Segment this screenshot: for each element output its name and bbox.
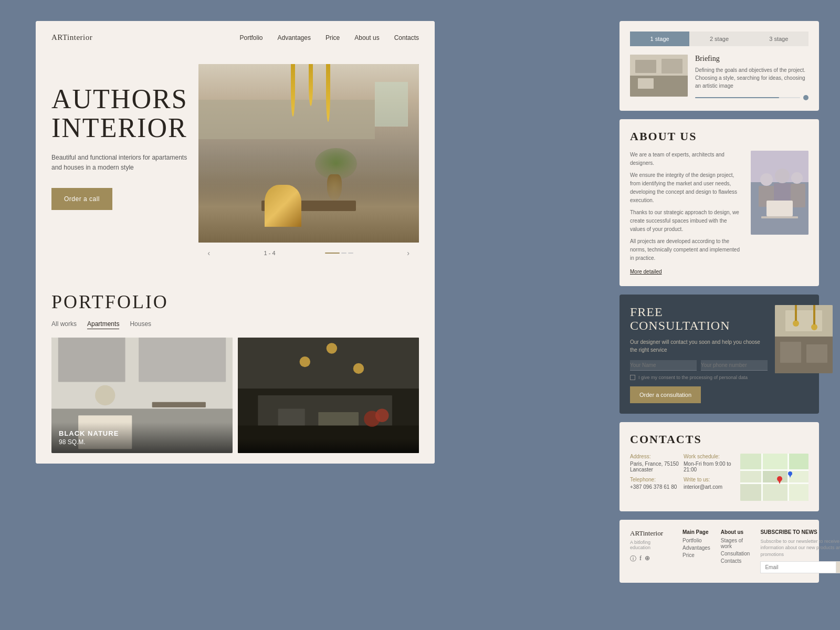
carousel-dot-2[interactable] [341,253,346,254]
footer-submit-button[interactable]: › [836,561,840,573]
stage-content: Briefing Defining the goals and objectiv… [630,55,808,100]
footer-nav-consultation[interactable]: Consultation [721,551,750,556]
footer-nav-1-title: Main Page [682,529,710,535]
svg-rect-53 [789,454,808,469]
card-1-overlay: BLACK NATURE 98 SQ.M. [51,422,233,453]
stage-description: Defining the goals and objectives of the… [695,66,808,90]
carousel-dot-3[interactable] [348,253,353,254]
hero-image [198,64,419,243]
svg-rect-45 [813,305,815,324]
footer-nav-col-1: Main Page Portfolio Advantages Price [682,529,710,560]
carousel-next[interactable]: › [403,247,414,259]
whatsapp-icon[interactable]: ⊕ [645,554,650,563]
navigation: ARTinterior Portfolio Advantages Price A… [36,21,435,54]
about-para-4: All projects are developed according to … [630,237,743,262]
work-schedule-group: Work schedule: Mon-Fri from 9:00 to 21:0… [684,454,733,472]
portfolio-card-1[interactable]: BLACK NATURE 98 SQ.M. [51,338,233,453]
svg-rect-25 [638,78,654,89]
nav-advantages[interactable]: Advantages [278,34,311,41]
map-placeholder [740,454,808,501]
site-logo: ARTinterior [51,33,92,42]
svg-point-28 [760,173,773,186]
carousel-prev[interactable]: ‹ [204,247,215,259]
footer-logo-section: ARTinterior A bitlofing education ⓘ f ⊕ [630,529,672,563]
footer-nav-col-2: About us Stages of work Consultation Con… [721,529,750,565]
card-2-overlay [238,438,419,453]
svg-point-6 [95,385,115,405]
footer-subscribe: SUBSCRIBE TO NEWS Subscribe to our newsl… [760,529,840,573]
svg-rect-50 [788,454,789,501]
hero-text: AUTHORS INTERIOR Beautiful and functiona… [51,64,188,210]
nav-contacts[interactable]: Contacts [394,34,419,41]
footer-card: ARTinterior A bitlofing education ⓘ f ⊕ … [620,520,819,583]
consultation-image-visual [775,305,833,373]
svg-rect-55 [763,471,788,482]
facebook-icon[interactable]: f [639,554,642,563]
footer-nav-contacts[interactable]: Contacts [721,558,750,564]
svg-rect-35 [761,216,798,218]
svg-point-42 [793,320,799,327]
carousel-dot-1[interactable] [325,253,340,254]
nav-price[interactable]: Price [326,34,340,41]
stage-tab-1[interactable]: 1 stage [630,32,689,46]
portfolio-card-2[interactable] [238,338,419,453]
about-card: ABOUT US We are a team of experts, archi… [620,119,819,286]
phone-group: Telephone: +387 096 378 61 80 [630,477,679,490]
consultation-desc: Our designer will contact you soon and h… [630,338,768,354]
svg-point-29 [775,169,790,183]
stage-tab-2[interactable]: 2 stage [689,32,749,46]
contacts-info: Address: Paris, France, 75150 Lancaster … [630,454,733,497]
svg-rect-43 [795,305,797,321]
svg-rect-34 [766,201,793,216]
phone-label: Telephone: [630,477,679,482]
contacts-card: CONTACTS Address: Paris, France, 75150 L… [620,422,819,511]
stage-info: Briefing Defining the goals and objectiv… [695,55,808,100]
stages-card: 1 stage 2 stage 3 stage Briefin [620,21,819,111]
footer-nav-price[interactable]: Price [682,552,710,558]
portfolio-grid: BLACK NATURE 98 SQ.M. [51,338,419,453]
card-2-image [238,338,419,453]
about-text: We are a team of experts, architects and… [630,151,743,276]
tab-houses[interactable]: Houses [130,320,151,329]
nav-about[interactable]: About us [354,34,379,41]
consultation-phone-input[interactable] [701,360,768,371]
stage-tab-3[interactable]: 3 stage [749,32,808,46]
tab-all-works[interactable]: All works [51,320,77,329]
about-more-link[interactable]: More detailed [630,269,662,275]
card-1-label: BLACK NATURE [59,429,225,437]
consultation-left: FREE CONSULTATION Our designer will cont… [630,305,768,403]
instagram-icon[interactable]: ⓘ [630,554,636,563]
about-para-3: Thanks to our strategic approach to desi… [630,208,743,234]
svg-point-12 [300,356,310,367]
order-call-button[interactable]: Order a call [51,188,112,210]
hero-subtitle: Beautiful and functional interiors for a… [51,153,188,173]
contacts-title: CONTACTS [630,433,808,446]
svg-rect-23 [662,59,682,74]
right-panel: 1 stage 2 stage 3 stage Briefin [620,21,819,583]
consultation-title: FREE CONSULTATION [630,305,768,333]
footer-nav-advantages[interactable]: Advantages [682,545,710,551]
portfolio-tabs: All works Apartments Houses [51,320,419,329]
consultation-order-button[interactable]: Order a consultation [630,386,701,403]
work-label: Work schedule: [684,454,733,459]
email-label: Write to us: [684,477,733,482]
svg-point-44 [811,324,817,330]
footer-logo: ARTinterior [630,529,672,538]
footer-nav-stages[interactable]: Stages of work [721,538,750,549]
tab-apartments[interactable]: Apartments [87,320,119,329]
carousel-navigation: ‹ 1 - 4 › [198,247,419,259]
kitchen-illustration [198,64,419,243]
consultation-checkbox[interactable] [630,375,635,380]
footer-email-input[interactable] [760,561,836,573]
svg-rect-33 [791,184,805,207]
consultation-consent-row: I give my consent to the processing of p… [630,375,768,380]
email-group: Write to us: interior@art.com [684,477,733,490]
consultation-name-input[interactable] [630,360,697,371]
phone-value: +387 096 378 61 80 [630,484,679,490]
svg-rect-52 [763,454,788,469]
footer-nav-portfolio[interactable]: Portfolio [682,538,710,543]
about-para-2: We ensure the integrity of the design pr… [630,171,743,205]
nav-portfolio[interactable]: Portfolio [240,34,263,41]
carousel-dots [325,253,353,254]
stage-heading: Briefing [695,55,808,63]
